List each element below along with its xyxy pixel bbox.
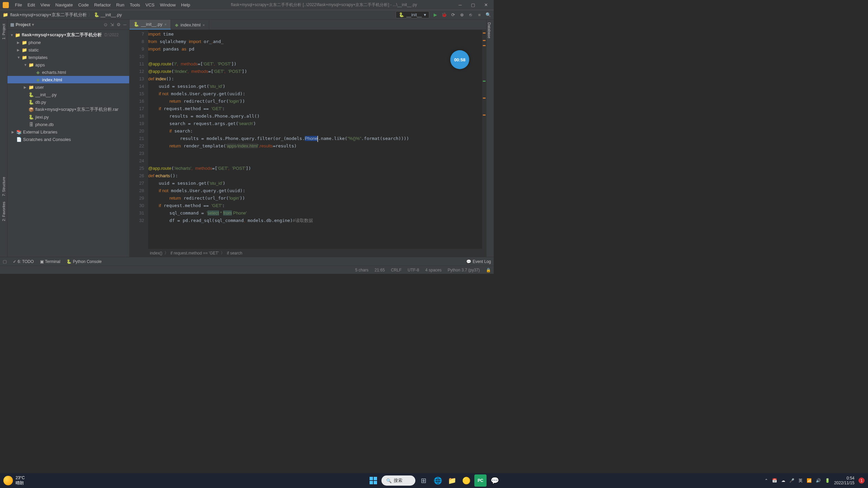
status-line-sep[interactable]: CRLF — [391, 268, 401, 272]
settings-icon[interactable]: ⚙ — [117, 22, 121, 27]
breadcrumb[interactable]: index()〉 if request.method == 'GET'〉 if … — [130, 249, 486, 257]
chevron-down-icon[interactable]: ▾ — [32, 22, 34, 27]
status-indent[interactable]: 4 spaces — [425, 268, 441, 272]
event-log-tab[interactable]: 💬 Event Log — [466, 259, 491, 264]
menu-edit[interactable]: Edit — [25, 2, 38, 7]
attach-button[interactable]: ⎋ — [468, 12, 473, 17]
database-tool-tab[interactable]: Database — [487, 20, 492, 41]
terminal-tab[interactable]: ▣ Terminal — [40, 259, 60, 264]
menu-vcs[interactable]: VCS — [143, 2, 157, 7]
menu-help[interactable]: Help — [178, 2, 193, 7]
status-position[interactable]: 21:65 — [375, 268, 385, 272]
close-button[interactable]: ✕ — [481, 2, 491, 8]
tree-item-selected: ◆index.html — [7, 76, 129, 83]
chevron-down-icon: ▾ — [424, 12, 426, 17]
menu-view[interactable]: View — [38, 2, 53, 7]
favorites-tool-tab[interactable]: 2: Favorites — [1, 199, 6, 224]
tab-init[interactable]: 🐍__init__.py× — [130, 20, 171, 29]
structure-tool-tab[interactable]: 7: Structure — [1, 174, 6, 199]
close-icon[interactable]: × — [203, 23, 205, 27]
hide-icon[interactable]: ─ — [123, 22, 126, 27]
locate-icon[interactable]: ⊙ — [104, 22, 107, 27]
code-content[interactable]: import time from sqlalchemy import or_,a… — [148, 30, 482, 249]
status-encoding[interactable]: UTF-8 — [408, 268, 419, 272]
python-icon: 🐍 — [399, 12, 404, 17]
todo-tab[interactable]: ✓ 6: TODO — [13, 259, 34, 264]
error-stripe[interactable] — [482, 30, 486, 249]
coverage-button[interactable]: ⟳ — [450, 12, 456, 17]
nav-file[interactable]: 🐍 __init__.py — [94, 12, 122, 17]
profile-button[interactable]: ⊕ — [459, 12, 465, 17]
menu-window[interactable]: Window — [157, 2, 178, 7]
python-console-tab[interactable]: 🐍 Python Console — [66, 259, 102, 264]
menu-run[interactable]: Run — [114, 2, 127, 7]
stop-button[interactable]: ■ — [477, 12, 482, 17]
close-icon[interactable]: × — [164, 22, 166, 26]
tool-window-icon[interactable]: ▢ — [3, 259, 7, 264]
status-chars: 5 chars — [355, 268, 369, 272]
window-title: flask+mysql+scrapy+京东二手手机分析 [..\2022\fla… — [193, 2, 455, 8]
project-view-icon: ▦ — [10, 22, 14, 27]
debug-button[interactable]: 🐞 — [441, 12, 447, 17]
run-button[interactable]: ▶ — [433, 12, 438, 17]
project-tree[interactable]: ▼📁flask+mysql+scrapy+京东二手手机分析D:\2022 ▶📁p… — [7, 30, 129, 144]
menu-code[interactable]: Code — [76, 2, 92, 7]
code-editor[interactable]: 7891011121314151617181920212223242526272… — [130, 30, 486, 249]
folder-icon: 📁 — [3, 12, 8, 17]
nav-project[interactable]: flask+mysql+scrapy+京东二手手机分析 — [10, 12, 87, 18]
status-lock-icon[interactable]: 🔒 — [486, 268, 491, 272]
panel-title[interactable]: Project — [16, 22, 31, 27]
tab-index[interactable]: ◆index.html× — [171, 20, 209, 29]
project-tool-tab[interactable]: 1: Project — [1, 21, 6, 42]
menu-navigate[interactable]: Navigate — [53, 2, 75, 7]
collapse-icon[interactable]: ⇲ — [110, 22, 114, 27]
app-logo — [3, 2, 9, 8]
maximize-button[interactable]: ▢ — [468, 2, 478, 8]
minimize-button[interactable]: ─ — [455, 2, 465, 8]
run-config-select[interactable]: 🐍 __init__ ▾ — [396, 11, 429, 18]
menu-file[interactable]: File — [12, 2, 25, 7]
search-everywhere-button[interactable]: 🔍 — [486, 12, 491, 17]
status-python[interactable]: Python 3.7 (py37) — [448, 268, 480, 272]
menu-tools[interactable]: Tools — [127, 2, 143, 7]
line-gutter: 7891011121314151617181920212223242526272… — [130, 30, 148, 249]
timer-badge: 00:58 — [450, 50, 469, 69]
menu-refactor[interactable]: Refactor — [92, 2, 114, 7]
